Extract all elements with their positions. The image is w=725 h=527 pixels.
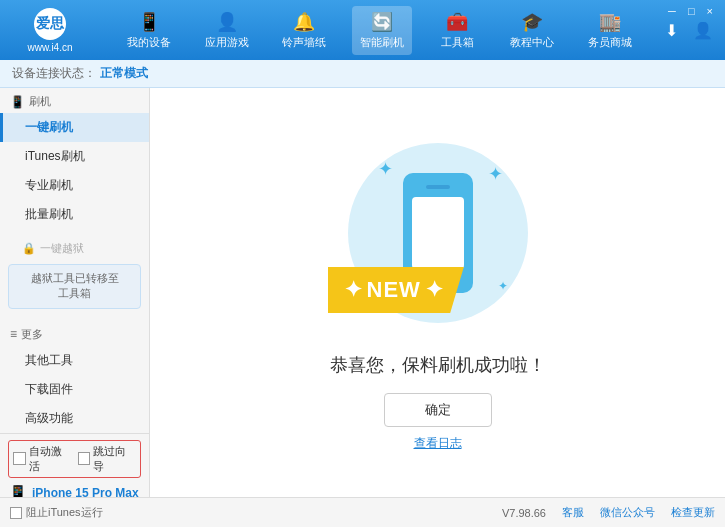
nav-smart-flash[interactable]: 🔄 智能刷机 bbox=[352, 6, 412, 55]
no-itunes-label: 阻止iTunes运行 bbox=[26, 505, 103, 520]
lock-icon: 🔒 bbox=[22, 242, 36, 255]
wechat-official-link[interactable]: 微信公众号 bbox=[600, 505, 655, 520]
success-message: 恭喜您，保料刷机成功啦！ bbox=[330, 353, 546, 377]
nav-smart-flash-label: 智能刷机 bbox=[360, 35, 404, 50]
store-icon: 🏬 bbox=[599, 11, 621, 33]
status-bar: 设备连接状态： 正常模式 bbox=[0, 60, 725, 88]
footer-left: 阻止iTunes运行 bbox=[10, 505, 103, 520]
ringtones-icon: 🔔 bbox=[293, 11, 315, 33]
status-prefix: 设备连接状态： bbox=[12, 65, 96, 82]
window-controls: ─ □ × bbox=[664, 4, 717, 18]
tools-icon: 🧰 bbox=[446, 11, 468, 33]
sparkle-1: ✦ bbox=[378, 158, 393, 180]
sidebar-jailbreak-notice: 越狱工具已转移至工具箱 bbox=[8, 264, 141, 309]
nav-tools-label: 工具箱 bbox=[441, 35, 474, 50]
nav-tools[interactable]: 🧰 工具箱 bbox=[430, 6, 485, 55]
new-stars-left: ✦ bbox=[344, 277, 363, 303]
sidebar-item-other-tools[interactable]: 其他工具 bbox=[0, 346, 149, 375]
auto-activate-row: 自动激活 跳过向导 bbox=[8, 440, 141, 478]
more-section-icon: ≡ bbox=[10, 327, 17, 341]
sidebar-item-one-key-flash[interactable]: 一键刷机 bbox=[0, 113, 149, 142]
status-mode: 正常模式 bbox=[100, 65, 148, 82]
sidebar-item-download-fw[interactable]: 下载固件 bbox=[0, 375, 149, 404]
close-btn[interactable]: × bbox=[703, 4, 717, 18]
device-phone-icon: 📱 bbox=[8, 484, 28, 497]
maximize-btn[interactable]: □ bbox=[684, 4, 699, 18]
nav-store-label: 务员商城 bbox=[588, 35, 632, 50]
sidebar-item-pro-flash[interactable]: 专业刷机 bbox=[0, 171, 149, 200]
nav-ringtones[interactable]: 🔔 铃声墙纸 bbox=[274, 6, 334, 55]
main-layout: 📱 刷机 一键刷机 iTunes刷机 专业刷机 批量刷机 🔒 一键越狱 越狱工具… bbox=[0, 88, 725, 497]
sidebar: 📱 刷机 一键刷机 iTunes刷机 专业刷机 批量刷机 🔒 一键越狱 越狱工具… bbox=[0, 88, 150, 497]
apps-icon: 👤 bbox=[216, 11, 238, 33]
header-right: ⬇ 👤 bbox=[659, 18, 715, 42]
customer-service-link[interactable]: 客服 bbox=[562, 505, 584, 520]
nav-my-device[interactable]: 📱 我的设备 bbox=[119, 6, 179, 55]
minimize-btn[interactable]: ─ bbox=[664, 4, 680, 18]
device-row: 📱 iPhone 15 Pro Max bbox=[8, 482, 141, 497]
new-banner: ✦ NEW ✦ bbox=[328, 267, 464, 313]
nav-ringtones-label: 铃声墙纸 bbox=[282, 35, 326, 50]
sidebar-bottom: 自动激活 跳过向导 📱 iPhone 15 Pro Max 512GB iPho… bbox=[0, 433, 149, 497]
guide-mode-label: 跳过向导 bbox=[93, 444, 136, 474]
success-illustration: ✦ ✦ ✦ ✦ NEW ✦ bbox=[338, 133, 538, 333]
tutorials-icon: 🎓 bbox=[521, 11, 543, 33]
sidebar-section-flash: 📱 刷机 bbox=[0, 88, 149, 113]
nav-my-device-label: 我的设备 bbox=[127, 35, 171, 50]
sidebar-disabled-jailbreak: 🔒 一键越狱 bbox=[0, 237, 149, 260]
nav-store[interactable]: 🏬 务员商城 bbox=[580, 6, 640, 55]
auto-activate-checkbox[interactable]: 自动激活 bbox=[13, 444, 72, 474]
nav-apps-label: 应用游戏 bbox=[205, 35, 249, 50]
guide-mode-checkbox[interactable]: 跳过向导 bbox=[78, 444, 137, 474]
nav-tutorials-label: 教程中心 bbox=[510, 35, 554, 50]
content-area: ✦ ✦ ✦ ✦ NEW ✦ 恭喜您，保料刷机成功啦！ 确定 查看日志 bbox=[150, 88, 725, 497]
view-log-link[interactable]: 查看日志 bbox=[414, 435, 462, 452]
sparkle-2: ✦ bbox=[488, 163, 503, 185]
sidebar-section-more: ≡ 更多 bbox=[0, 321, 149, 346]
smart-flash-icon: 🔄 bbox=[371, 11, 393, 33]
device-name: iPhone 15 Pro Max bbox=[32, 486, 139, 497]
flash-section-label: 刷机 bbox=[29, 94, 51, 109]
confirm-button[interactable]: 确定 bbox=[384, 393, 492, 427]
auto-activate-label: 自动激活 bbox=[29, 444, 72, 474]
phone-screen bbox=[412, 197, 464, 269]
new-stars-right: ✦ bbox=[425, 277, 444, 303]
sidebar-item-advanced[interactable]: 高级功能 bbox=[0, 404, 149, 433]
flash-section-icon: 📱 bbox=[10, 95, 25, 109]
version-label: V7.98.66 bbox=[502, 507, 546, 519]
user-icon[interactable]: 👤 bbox=[691, 18, 715, 42]
logo-icon: 爱思 bbox=[34, 8, 66, 40]
logo-area: 爱思 www.i4.cn bbox=[10, 8, 90, 53]
sidebar-item-itunes-flash[interactable]: iTunes刷机 bbox=[0, 142, 149, 171]
nav-tutorials[interactable]: 🎓 教程中心 bbox=[502, 6, 562, 55]
check-update-link[interactable]: 检查更新 bbox=[671, 505, 715, 520]
guide-mode-box[interactable] bbox=[78, 452, 91, 465]
my-device-icon: 📱 bbox=[138, 11, 160, 33]
sidebar-item-batch-flash[interactable]: 批量刷机 bbox=[0, 200, 149, 229]
no-itunes-checkbox[interactable] bbox=[10, 507, 22, 519]
footer: 阻止iTunes运行 V7.98.66 客服 微信公众号 检查更新 bbox=[0, 497, 725, 527]
footer-right: V7.98.66 客服 微信公众号 检查更新 bbox=[502, 505, 715, 520]
phone-speaker bbox=[426, 185, 450, 189]
download-icon[interactable]: ⬇ bbox=[659, 18, 683, 42]
auto-activate-box[interactable] bbox=[13, 452, 26, 465]
header: 爱思 www.i4.cn 📱 我的设备 👤 应用游戏 🔔 铃声墙纸 🔄 智能刷机… bbox=[0, 0, 725, 60]
new-text: NEW bbox=[367, 277, 421, 303]
nav-items: 📱 我的设备 👤 应用游戏 🔔 铃声墙纸 🔄 智能刷机 🧰 工具箱 🎓 教程中心… bbox=[110, 6, 649, 55]
sparkle-3: ✦ bbox=[498, 279, 508, 293]
nav-apps[interactable]: 👤 应用游戏 bbox=[197, 6, 257, 55]
logo-url: www.i4.cn bbox=[27, 42, 72, 53]
